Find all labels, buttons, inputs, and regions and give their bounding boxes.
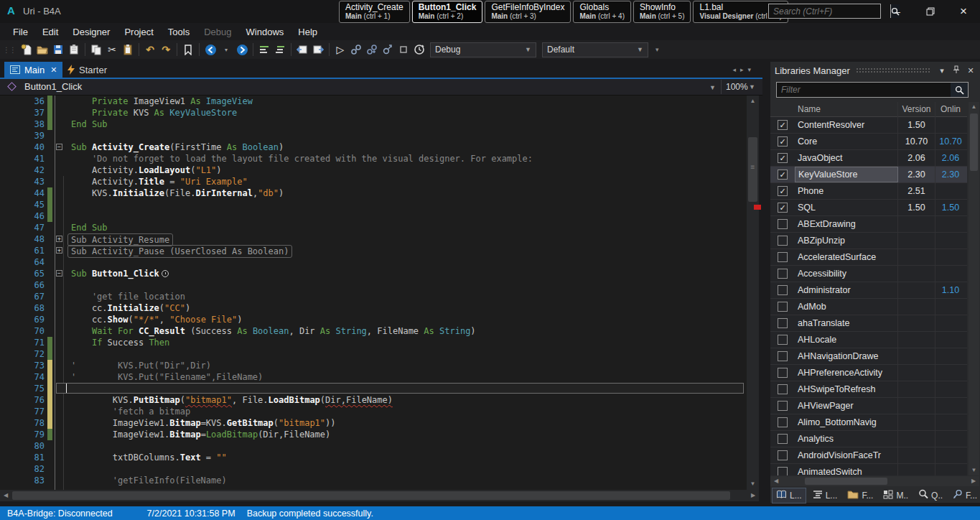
code-line-80[interactable]: 80 (0, 440, 747, 452)
menu-help[interactable]: Help (291, 24, 325, 40)
library-checkbox[interactable] (778, 384, 788, 394)
code-line-79[interactable]: 79 ImageView1.Bitmap=LoadBitmap(Dir,File… (0, 429, 747, 440)
clean-project-icon[interactable] (411, 42, 427, 57)
column-online[interactable]: Onlin (935, 102, 966, 118)
code-line-66[interactable]: 66 (0, 279, 747, 291)
library-checkbox[interactable] (778, 219, 788, 229)
panel-menu-chevron-icon[interactable]: ▾ (937, 66, 947, 75)
quick-tab-activity_create[interactable]: Activity_CreateMain (ctrl + 1) (339, 1, 410, 23)
debug-mode-select[interactable]: Debug▼ (430, 42, 536, 57)
search-input[interactable] (769, 6, 890, 17)
library-row-ahatranslate[interactable]: ahaTranslate (770, 315, 967, 332)
code-line-72[interactable]: 72 (0, 348, 747, 360)
lib-scroll-right-icon[interactable]: ▶ (968, 476, 979, 486)
editor-vertical-scrollbar[interactable]: ▲ ▼ (747, 96, 759, 490)
breadcrumb-dropdown-icon[interactable]: ▼ (709, 84, 716, 91)
library-checkbox[interactable] (778, 335, 788, 345)
code-line-83[interactable]: 83 'getFileInfo(FileName) (0, 475, 747, 486)
library-checkbox[interactable] (778, 467, 788, 475)
quick-tab-globals[interactable]: GlobalsMain (ctrl + 4) (573, 1, 631, 23)
menu-edit[interactable]: Edit (35, 24, 65, 40)
library-checkbox[interactable]: ✓ (778, 120, 788, 130)
lib-scroll-left-icon[interactable]: ◀ (770, 476, 782, 486)
code-line-47[interactable]: 47End Sub (0, 222, 747, 233)
bookmark-icon[interactable] (180, 42, 196, 57)
tool-window-tab-files-folder[interactable]: F... (844, 488, 877, 503)
restore-button[interactable] (914, 0, 947, 23)
libraries-vertical-scrollbar[interactable]: ▲ ▼ (969, 102, 979, 475)
library-checkbox[interactable] (778, 351, 788, 361)
quick-tab-button1_click[interactable]: Button1_ClickMain (ctrl + 2) (412, 1, 483, 23)
menu-file[interactable]: File (6, 24, 35, 40)
scroll-up-icon[interactable]: ▲ (747, 96, 759, 107)
tab-starter[interactable]: Starter (62, 62, 113, 78)
fold-toggle-icon[interactable]: − (56, 270, 62, 277)
undo-icon[interactable]: ↶ (142, 42, 158, 57)
run-icon[interactable]: ▷ (332, 42, 348, 57)
horizontal-scroll-thumb[interactable] (12, 491, 730, 500)
library-row-sql[interactable]: ✓SQL1.501.50 (770, 200, 967, 216)
uncomment-selection-icon[interactable] (272, 42, 288, 57)
build-configuration-select[interactable]: Default▼ (542, 42, 648, 57)
code-line-82[interactable]: 82 (0, 463, 747, 475)
library-checkbox[interactable]: ✓ (778, 186, 788, 196)
library-row-administrator[interactable]: Administrator1.10 (770, 282, 967, 299)
add-module-icon[interactable] (294, 42, 310, 57)
library-row-ahpreferenceactivity[interactable]: AHPreferenceActivity (770, 365, 967, 381)
bridge-link-2-icon[interactable] (364, 42, 380, 57)
fold-toggle-icon[interactable]: + (56, 247, 62, 254)
quick-tab-getfileinfobyindex[interactable]: GetFileInfoByIndexMain (ctrl + 3) (485, 1, 571, 23)
code-line-39[interactable]: 39 (0, 130, 747, 141)
menu-windows[interactable]: Windows (239, 24, 291, 40)
library-checkbox[interactable] (778, 417, 788, 427)
scroll-left-icon[interactable]: ◀ (0, 490, 11, 501)
filter-search-icon[interactable] (951, 83, 968, 97)
code-line-73[interactable]: 73' KVS.Put("Dir",Dir) (0, 360, 747, 371)
code-line-42[interactable]: 42 Activity.LoadLayout("L1") (0, 164, 747, 176)
code-line-70[interactable]: 70 Wait For CC_Result (Success As Boolea… (0, 325, 747, 337)
library-row-contentresolver[interactable]: ✓ContentResolver1.50 (770, 117, 967, 134)
code-line-71[interactable]: 71 If Success Then (0, 337, 747, 348)
code-line-45[interactable]: 45 (0, 199, 747, 210)
scroll-down-icon[interactable]: ▼ (747, 478, 759, 490)
library-checkbox[interactable] (778, 368, 788, 378)
code-line-77[interactable]: 77 'fetch a bitmap (0, 406, 747, 417)
libraries-horizontal-scrollbar[interactable]: ◀ ▶ (770, 476, 979, 486)
quick-tab-showinfo[interactable]: ShowInfoMain (ctrl + 5) (633, 1, 691, 23)
code-line-64[interactable]: 64 (0, 256, 747, 268)
new-file-icon[interactable] (19, 42, 34, 57)
code-line-37[interactable]: 37 Private KVS As KeyValueStore (0, 107, 747, 119)
navigate-back-icon[interactable] (202, 42, 218, 57)
stop-icon[interactable] (396, 42, 411, 57)
scroll-right-icon[interactable]: ▶ (747, 490, 759, 501)
tool-window-tab-logs[interactable]: L... (809, 488, 841, 503)
code-line-75[interactable]: 75 (0, 383, 747, 394)
cut-icon[interactable]: ✂ (104, 42, 120, 57)
library-row-alimo_bottomnavig[interactable]: Alimo_BottomNavig (770, 414, 967, 431)
code-line-68[interactable]: 68 cc.Initialize("CC") (0, 302, 747, 314)
library-row-abextdrawing[interactable]: ABExtDrawing (770, 216, 967, 233)
remove-module-icon[interactable] (310, 42, 326, 57)
code-line-67[interactable]: 67 'get file location (0, 291, 747, 302)
copy-icon[interactable] (88, 42, 104, 57)
column-name[interactable]: Name (795, 102, 898, 118)
library-row-javaobject[interactable]: ✓JavaObject2.062.06 (770, 150, 967, 167)
lib-scroll-thumb[interactable] (970, 113, 978, 171)
library-row-analytics[interactable]: Analytics (770, 431, 967, 447)
menu-project[interactable]: Project (117, 24, 160, 40)
code-line-41[interactable]: 41 'Do not forget to load the layout fil… (0, 153, 747, 164)
paste-icon[interactable] (120, 42, 136, 57)
open-project-icon[interactable] (34, 42, 50, 57)
code-line-65[interactable]: 65−Sub Button1_Click (0, 268, 747, 279)
library-checkbox[interactable] (778, 236, 788, 246)
export-project-icon[interactable] (66, 42, 82, 57)
menu-tools[interactable]: Tools (161, 24, 197, 40)
tool-window-tab-modules[interactable]: M.. (879, 488, 912, 503)
library-row-animatedswitch[interactable]: AnimatedSwitch (770, 464, 967, 475)
library-checkbox[interactable] (778, 450, 788, 460)
library-row-ahlocale[interactable]: AHLocale (770, 332, 967, 348)
library-checkbox[interactable]: ✓ (778, 170, 788, 180)
code-line-69[interactable]: 69 cc.Show("*/*", "Choose File") (0, 314, 747, 325)
library-checkbox[interactable] (778, 401, 788, 411)
library-row-phone[interactable]: ✓Phone2.51 (770, 183, 967, 200)
